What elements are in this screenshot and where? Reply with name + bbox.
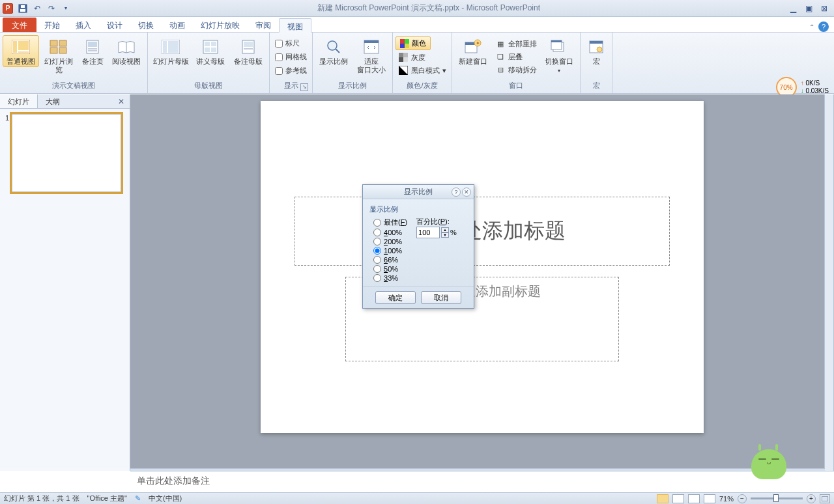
ribbon-min-icon[interactable]: ⌃ — [809, 23, 814, 31]
notes-page-button[interactable]: 备注页 — [78, 35, 107, 67]
upload-speed: 0K/S — [805, 79, 820, 87]
new-window-button[interactable]: ✦新建窗口 — [455, 35, 491, 67]
dialog-title-bar[interactable]: 显示比例 ? ✕ — [363, 185, 474, 199]
notes-placeholder[interactable]: 单击此处添加备注 — [130, 471, 834, 491]
cancel-button[interactable]: 取消 — [421, 291, 461, 304]
slideshow-view-btn[interactable] — [704, 494, 715, 503]
percent-spinner[interactable]: ▲▼ — [441, 227, 449, 238]
tab-view[interactable]: 视图 — [279, 18, 311, 33]
spellcheck-icon[interactable]: ✎ — [135, 494, 141, 503]
panel-close-icon[interactable]: ✕ — [113, 94, 130, 108]
zoom-fit-radio[interactable]: 最佳(F) — [369, 217, 411, 228]
slide-canvas[interactable]: 单击此处添加标题 单击此处添加副标题 — [261, 101, 704, 433]
fit-window-button[interactable]: 适应 窗口大小 — [353, 35, 390, 76]
zoom-33-radio[interactable]: 33% — [369, 273, 411, 283]
theme-name: "Office 主题" — [87, 494, 127, 503]
group-label-show: 显示↘ — [272, 79, 309, 93]
normal-view-icon — [10, 36, 31, 57]
assistant-mascot[interactable] — [743, 438, 795, 490]
qat-customize-icon[interactable]: ▾ — [59, 2, 72, 15]
move-split-button[interactable]: ⊟移动拆分 — [493, 64, 539, 76]
dialog-help-icon[interactable]: ? — [452, 188, 461, 197]
slide-master-button[interactable]: 幻灯片母版 — [151, 35, 191, 67]
reading-view-btn[interactable] — [688, 494, 700, 503]
cascade-button[interactable]: ❏层叠 — [493, 51, 539, 63]
zoom-dialog: 显示比例 ? ✕ 显示比例 最佳(F) 400% 200% 100% 66% 5… — [362, 184, 474, 309]
zoom-66-radio[interactable]: 66% — [369, 255, 411, 264]
notes-pane[interactable]: 单击此处添加备注 — [130, 471, 834, 492]
bw-button[interactable]: 黑白模式 ▾ — [395, 64, 449, 76]
document-title: 新建 Microsoft PowerPoint 演示文稿.pptx - Micr… — [73, 3, 784, 14]
handout-master-button[interactable]: 讲义母版 — [192, 35, 229, 67]
ribbon-body: 普通视图 幻灯片浏览 备注页 阅读视图 演示文稿视图 幻灯片母版 讲义母版 备注… — [0, 33, 834, 94]
notes-master-button[interactable]: 备注母版 — [230, 35, 266, 67]
dialog-close-icon[interactable]: ✕ — [462, 188, 471, 197]
status-bar: 幻灯片 第 1 张，共 1 张 "Office 主题" ✎ 中文(中国) 71%… — [0, 492, 834, 504]
language-indicator[interactable]: 中文(中国) — [149, 494, 182, 503]
cascade-icon: ❏ — [495, 51, 506, 62]
zoom-slider[interactable] — [751, 497, 803, 499]
macros-button[interactable]: 宏 — [583, 35, 609, 67]
reading-view-button[interactable]: 阅读视图 — [108, 35, 145, 67]
zoom-out-button[interactable]: − — [738, 494, 747, 503]
show-dialog-launcher[interactable]: ↘ — [300, 83, 308, 91]
zoom-button[interactable]: 显示比例 — [315, 35, 352, 67]
slide-thumbnail[interactable] — [12, 114, 121, 192]
zoom-200-radio[interactable]: 200% — [369, 237, 411, 246]
slide-counter: 幻灯片 第 1 张，共 1 张 — [4, 494, 79, 503]
svg-rect-18 — [168, 41, 179, 53]
save-icon[interactable] — [16, 2, 29, 15]
normal-view-button[interactable]: 普通视图 — [3, 35, 39, 67]
restore-icon[interactable]: ▣ — [801, 3, 816, 14]
percent-suffix: % — [450, 229, 457, 236]
fit-slide-button[interactable] — [820, 494, 830, 503]
slide-editor[interactable]: 单击此处添加标题 单击此处添加副标题 — [130, 94, 834, 471]
vertical-scrollbar[interactable] — [824, 94, 833, 471]
undo-icon[interactable]: ↶ — [31, 2, 44, 15]
zoom-icon — [323, 36, 344, 57]
svg-rect-35 — [399, 53, 403, 57]
title-placeholder[interactable]: 单击此处添加标题 — [295, 197, 670, 266]
notes-master-icon — [238, 36, 259, 57]
percent-input[interactable] — [416, 227, 440, 238]
slide-number: 1 — [5, 114, 9, 192]
switch-windows-button[interactable]: 切换窗口▾ — [541, 35, 577, 76]
arrange-all-button[interactable]: ▦全部重排 — [493, 38, 539, 49]
zoom-100-radio[interactable]: 100% — [369, 246, 411, 255]
svg-rect-8 — [59, 40, 66, 46]
zoom-400-radio[interactable]: 400% — [369, 228, 411, 237]
svg-rect-23 — [211, 48, 216, 52]
ok-button[interactable]: 确定 — [375, 291, 416, 304]
svg-rect-17 — [163, 41, 167, 53]
guides-checkbox[interactable]: 参考线 — [272, 65, 309, 76]
tab-thumbnails[interactable]: 幻灯片 — [0, 94, 38, 108]
help-icon[interactable]: ? — [818, 21, 829, 32]
switch-icon — [549, 36, 569, 57]
tab-animations[interactable]: 动画 — [162, 18, 193, 32]
normal-view-btn[interactable] — [657, 494, 669, 503]
tab-slideshow[interactable]: 幻灯片放映 — [193, 18, 248, 32]
sorter-view-btn[interactable] — [672, 494, 684, 503]
tab-transitions[interactable]: 切换 — [130, 18, 162, 32]
gridlines-checkbox[interactable]: 网格线 — [272, 51, 309, 63]
tab-outline[interactable]: 大纲 — [38, 94, 68, 108]
file-tab[interactable]: 文件 — [3, 18, 36, 32]
ruler-checkbox[interactable]: 标尺 — [272, 38, 302, 49]
zoom-50-radio[interactable]: 50% — [369, 264, 411, 273]
zoom-in-button[interactable]: + — [807, 494, 816, 503]
close-icon[interactable]: ⊠ — [817, 3, 831, 14]
grayscale-button[interactable]: 灰度 — [395, 51, 428, 63]
color-button[interactable]: 颜色 — [395, 36, 431, 50]
slide-sorter-button[interactable]: 幻灯片浏览 — [40, 35, 77, 76]
percent-label: 百分比(P): — [416, 217, 457, 227]
zoom-percentage[interactable]: 71% — [719, 495, 734, 503]
redo-icon[interactable]: ↷ — [45, 2, 58, 15]
group-label-master-views: 母版视图 — [151, 79, 266, 93]
new-window-icon: ✦ — [463, 36, 483, 57]
tab-insert[interactable]: 插入 — [68, 18, 99, 32]
minimize-icon[interactable]: ▁ — [786, 3, 800, 14]
tab-home[interactable]: 开始 — [36, 18, 68, 32]
svg-rect-12 — [88, 42, 97, 47]
tab-review[interactable]: 审阅 — [248, 18, 279, 32]
tab-design[interactable]: 设计 — [99, 18, 130, 32]
